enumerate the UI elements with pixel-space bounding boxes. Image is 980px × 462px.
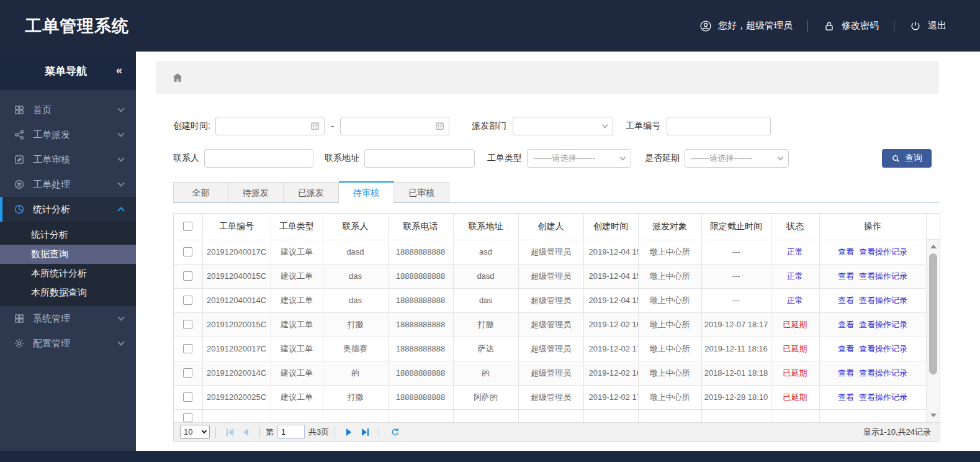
last-page-button[interactable] xyxy=(357,425,373,439)
chevron-down-icon xyxy=(117,155,124,161)
view-link[interactable]: 查看 xyxy=(838,392,854,402)
prev-page-button[interactable] xyxy=(238,425,254,439)
tab-reviewed[interactable]: 已审核 xyxy=(394,182,449,202)
power-icon xyxy=(909,20,922,32)
sidebar-item-dispatch[interactable]: 工单派发 xyxy=(0,122,136,147)
view-log-link[interactable]: 查看操作记录 xyxy=(859,320,907,329)
address-input[interactable] xyxy=(364,149,475,168)
user-greeting[interactable]: 您好，超级管理员 xyxy=(685,20,807,32)
table-row: 201912040017C建议工单dasd18888888888asd超级管理员… xyxy=(174,240,926,264)
cell-creator: 超级管理员 xyxy=(518,240,583,264)
first-page-button[interactable] xyxy=(222,425,238,439)
tab-pending-dispatch[interactable]: 待派发 xyxy=(228,182,284,202)
refresh-button[interactable] xyxy=(387,425,403,439)
tab-dispatched[interactable]: 已派发 xyxy=(284,182,339,202)
change-password-button[interactable]: 修改密码 xyxy=(808,20,894,32)
row-checkbox[interactable] xyxy=(183,247,192,256)
cell-phone: 18888888888 xyxy=(388,264,453,288)
sidebar-subitem-station-data-query[interactable]: 本所数据查询 xyxy=(0,283,136,302)
view-log-link[interactable]: 查看操作记录 xyxy=(859,247,907,256)
cell-order-type: 建议工单 xyxy=(271,288,323,312)
sidebar-subitem-stats-analysis[interactable]: 统计分析 xyxy=(0,225,136,245)
view-log-link[interactable]: 查看操作记录 xyxy=(859,344,907,353)
row-checkbox[interactable] xyxy=(183,413,192,422)
sidebar-item-label: 首页 xyxy=(33,104,119,116)
search-button[interactable]: 查询 xyxy=(882,149,932,168)
sidebar-subitem-data-query[interactable]: 数据查询 xyxy=(0,245,136,264)
cell-actions: 查看查看操作记录 xyxy=(819,288,926,312)
scroll-down-icon[interactable] xyxy=(930,414,937,417)
page-size-select[interactable]: 10 xyxy=(180,425,210,439)
sidebar-subitem-station-stats[interactable]: 本所统计分析 xyxy=(0,264,136,283)
row-checkbox[interactable] xyxy=(183,320,192,329)
cell-address: 的 xyxy=(453,361,518,385)
col-address: 联系地址 xyxy=(453,214,518,240)
calendar-icon[interactable] xyxy=(310,120,320,131)
sidebar-item-label: 工单审核 xyxy=(33,154,119,166)
scroll-up-icon[interactable] xyxy=(930,245,937,248)
view-link[interactable]: 查看 xyxy=(838,368,854,378)
dispatch-dept-select[interactable] xyxy=(513,117,613,135)
cell-phone: 18888888888 xyxy=(388,288,453,312)
col-status: 状态 xyxy=(771,214,819,240)
cell-actions: 查看查看操作记录 xyxy=(819,264,926,288)
sidebar-item-review[interactable]: 工单审核 xyxy=(0,147,136,172)
view-log-link[interactable]: 查看操作记录 xyxy=(859,271,907,281)
row-checkbox[interactable] xyxy=(183,392,192,402)
row-checkbox[interactable] xyxy=(183,368,192,378)
delay-select[interactable]: -------请选择------- xyxy=(685,149,789,168)
cell-deadline: --- xyxy=(701,264,771,288)
chevron-down-icon xyxy=(117,338,124,345)
cell-created: 2019-12-04 15 xyxy=(583,240,638,264)
footer-bar xyxy=(0,451,980,462)
next-page-button[interactable] xyxy=(341,425,357,439)
view-link[interactable]: 查看 xyxy=(838,320,854,329)
calendar-icon[interactable] xyxy=(434,120,445,131)
tab-pending-review[interactable]: 待审核 xyxy=(339,181,394,203)
view-log-link[interactable]: 查看操作记录 xyxy=(859,296,907,305)
cell-actions: 查看查看操作记录 xyxy=(819,312,926,337)
sidebar-item-system[interactable]: 系统管理 xyxy=(0,306,136,331)
order-type-select[interactable]: -------请选择------- xyxy=(527,149,631,168)
sidebar-item-label: 工单派发 xyxy=(33,129,119,141)
sidebar-item-process[interactable]: 工单处理 xyxy=(0,172,136,197)
status-badge: 正常 xyxy=(787,296,803,305)
date-from-input[interactable] xyxy=(215,117,325,135)
sidebar-item-stats[interactable]: 统计分析 xyxy=(0,197,136,222)
cell-status: 已延期 xyxy=(771,312,819,337)
tab-all[interactable]: 全部 xyxy=(173,182,228,202)
home-icon[interactable] xyxy=(171,71,184,84)
sidebar-item-home[interactable]: 首页 xyxy=(0,97,136,122)
select-all-checkbox[interactable] xyxy=(183,222,192,231)
contact-input[interactable] xyxy=(204,149,313,168)
record-summary: 显示1-10,共24记录 xyxy=(863,427,933,438)
view-link[interactable]: 查看 xyxy=(838,344,854,353)
scrollbar-track[interactable] xyxy=(927,240,940,422)
row-checkbox[interactable] xyxy=(183,271,192,281)
row-checkbox[interactable] xyxy=(183,344,192,353)
view-link[interactable]: 查看 xyxy=(838,296,854,305)
sidebar-item-config[interactable]: 配置管理 xyxy=(0,331,136,356)
status-badge: 已延期 xyxy=(783,344,807,353)
cell-creator: 超级管理员 xyxy=(518,385,583,409)
cell-order-type: 建议工单 xyxy=(271,312,323,337)
cell-order-type: 建议工单 xyxy=(271,361,323,385)
table-row: 201912040015C建议工单das18888888888dasd超级管理员… xyxy=(174,264,926,288)
collapse-sidebar-icon[interactable]: « xyxy=(116,64,121,77)
cell-address: asd xyxy=(453,240,518,264)
cell-created: 2019-12-02 17 xyxy=(583,385,638,409)
row-checkbox[interactable] xyxy=(183,296,192,305)
chevron-down-icon xyxy=(117,179,124,186)
view-link[interactable]: 查看 xyxy=(838,271,854,281)
order-no-input[interactable] xyxy=(667,117,771,135)
cell-actions: 查看查看操作记录 xyxy=(819,240,926,264)
view-log-link[interactable]: 查看操作记录 xyxy=(859,392,907,402)
view-log-link[interactable]: 查看操作记录 xyxy=(859,368,907,378)
logout-button[interactable]: 退出 xyxy=(894,20,961,32)
date-to-input[interactable] xyxy=(340,117,449,135)
scrollbar-thumb[interactable] xyxy=(929,253,937,374)
page-number-input[interactable] xyxy=(277,425,305,439)
cell-target: 墩上中心所 xyxy=(638,240,701,264)
view-link[interactable]: 查看 xyxy=(838,247,854,256)
cell-contact: das xyxy=(323,288,388,312)
